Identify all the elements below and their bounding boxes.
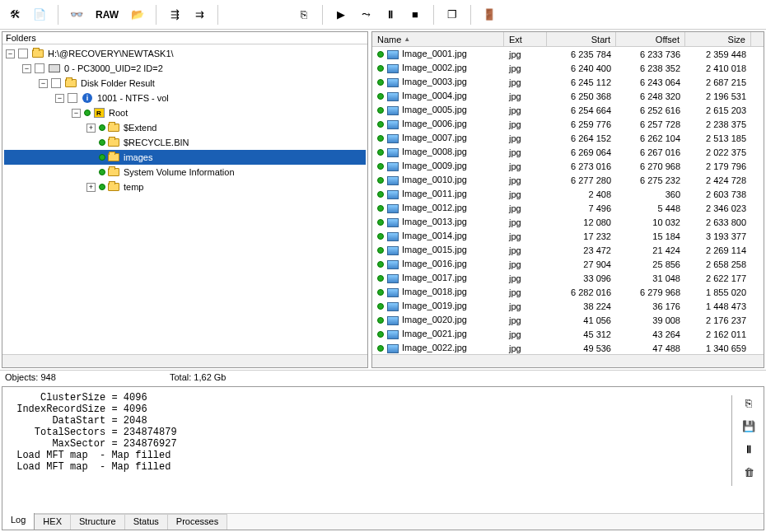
status-dot-icon xyxy=(377,93,384,100)
log-tab-status[interactable]: Status xyxy=(125,514,168,530)
log-tabs: LogHEXStructureStatusProcesses xyxy=(2,513,764,530)
log-tab-structure[interactable]: Structure xyxy=(71,514,125,530)
file-start: 6 235 784 xyxy=(547,49,616,59)
col-ext[interactable]: Ext xyxy=(504,32,547,46)
file-size: 2 196 531 xyxy=(685,91,751,101)
file-size: 2 658 258 xyxy=(685,259,751,269)
col-start[interactable]: Start xyxy=(547,32,616,46)
table-row[interactable]: Image_0005.jpgjpg6 254 6646 252 6162 615… xyxy=(372,103,764,117)
file-offset: 6 257 728 xyxy=(616,119,685,129)
status-dot-icon xyxy=(377,149,384,156)
horizontal-scrollbar[interactable] xyxy=(372,354,764,367)
table-row[interactable]: Image_0006.jpgjpg6 259 7766 257 7282 238… xyxy=(372,117,764,131)
table-row[interactable]: Image_0014.jpgjpg17 23215 1843 193 377 xyxy=(372,229,764,243)
tree-item[interactable]: +temp xyxy=(4,180,366,194)
status-dot-icon xyxy=(377,261,384,268)
struct-button[interactable]: ⇶ xyxy=(163,4,186,26)
file-name: Image_0009.jpg xyxy=(402,161,467,170)
table-row[interactable]: Image_0010.jpgjpg6 277 2806 275 2322 424… xyxy=(372,173,764,187)
table-row[interactable]: Image_0016.jpgjpg27 90425 8562 658 258 xyxy=(372,257,764,271)
raw-button[interactable]: RAW xyxy=(90,4,124,26)
tree-volume[interactable]: − i 1001 - NTFS - vol xyxy=(4,91,366,105)
file-name: Image_0008.jpg xyxy=(402,147,467,156)
file-grid[interactable]: Name▲ Ext Start Offset Size Image_0001.j… xyxy=(372,32,764,354)
file-start: 49 536 xyxy=(547,343,616,353)
tree-item[interactable]: +$Extend xyxy=(4,120,366,135)
folder-tree[interactable]: − H:\@RECOVERY\NEWTASK1\ − 0 - PC3000_UI… xyxy=(2,44,367,354)
checkbox[interactable] xyxy=(35,63,44,73)
table-row[interactable]: Image_0011.jpgjpg2 4083602 603 738 xyxy=(372,187,764,201)
log-export-button[interactable]: ⎘ xyxy=(740,395,757,410)
pause-button[interactable]: Ⅱ xyxy=(379,4,402,26)
table-row[interactable]: Image_0020.jpgjpg41 05639 0082 176 237 xyxy=(372,313,764,327)
horizontal-scrollbar[interactable] xyxy=(2,354,367,367)
log-save-button[interactable]: 💾 xyxy=(740,418,757,433)
expander-icon[interactable]: + xyxy=(86,183,96,192)
table-row[interactable]: Image_0004.jpgjpg6 250 3686 248 3202 196… xyxy=(372,89,764,103)
tree-label: 1001 - NTFS - vol xyxy=(97,93,169,103)
table-row[interactable]: Image_0002.jpgjpg6 240 4006 238 3522 410… xyxy=(372,61,764,75)
tree-diskfolder[interactable]: − Disk Folder Result xyxy=(4,76,366,91)
log-text[interactable]: ClusterSize = 4096 IndexRecordSize = 409… xyxy=(2,387,764,513)
image-file-icon xyxy=(387,120,399,129)
table-row[interactable]: Image_0019.jpgjpg38 22436 1761 448 473 xyxy=(372,299,764,313)
table-row[interactable]: Image_0013.jpgjpg12 08010 0322 633 800 xyxy=(372,215,764,229)
play-button[interactable]: ▶ xyxy=(329,4,353,26)
expander-icon[interactable]: − xyxy=(72,109,81,118)
open-button[interactable]: 📂 xyxy=(126,4,149,26)
log-pause-button[interactable]: Ⅱ xyxy=(740,441,757,456)
exit-button[interactable]: 🚪 xyxy=(478,4,501,26)
file-start: 41 056 xyxy=(547,315,616,325)
document-button[interactable]: 📄 xyxy=(28,4,51,26)
expander-icon[interactable]: − xyxy=(22,64,31,73)
col-name[interactable]: Name▲ xyxy=(372,32,504,46)
log-tab-processes[interactable]: Processes xyxy=(168,514,227,530)
find-button[interactable]: 👓 xyxy=(65,4,88,26)
file-start: 23 472 xyxy=(547,245,616,255)
status-dot-icon xyxy=(99,169,105,175)
tree-item[interactable]: images xyxy=(4,150,366,165)
table-row[interactable]: Image_0021.jpgjpg45 31243 2642 162 011 xyxy=(372,327,764,341)
copy-button[interactable]: ❐ xyxy=(441,4,464,26)
table-row[interactable]: Image_0012.jpgjpg7 4965 4482 346 023 xyxy=(372,201,764,215)
step-button[interactable]: ⤳ xyxy=(354,4,377,26)
stop-button[interactable]: ■ xyxy=(404,4,427,26)
image-file-icon xyxy=(387,274,399,283)
tree-rootnode[interactable]: − R Root xyxy=(4,105,366,120)
expander-icon[interactable]: + xyxy=(86,124,96,133)
tree-device[interactable]: − 0 - PC3000_UID=2 ID=2 xyxy=(4,61,366,76)
expander-icon[interactable]: − xyxy=(39,79,48,88)
log-tab-log[interactable]: Log xyxy=(2,513,35,530)
tree-item[interactable]: System Volume Information xyxy=(4,165,366,180)
log-clear-button[interactable]: 🗑 xyxy=(740,464,757,479)
status-dot-icon xyxy=(99,139,105,146)
tools-button[interactable]: 🛠 xyxy=(3,4,26,26)
table-row[interactable]: Image_0008.jpgjpg6 269 0646 267 0162 022… xyxy=(372,145,764,159)
table-row[interactable]: Image_0001.jpgjpg6 235 7846 233 7362 359… xyxy=(372,47,764,61)
expander-icon[interactable]: − xyxy=(6,49,15,58)
col-size[interactable]: Size xyxy=(685,32,751,46)
table-row[interactable]: Image_0018.jpgjpg6 282 0166 279 9681 855… xyxy=(372,285,764,299)
file-ext: jpg xyxy=(504,301,547,311)
table-row[interactable]: Image_0015.jpgjpg23 47221 4242 269 114 xyxy=(372,243,764,257)
log-tab-hex[interactable]: HEX xyxy=(35,514,71,530)
table-row[interactable]: Image_0022.jpgjpg49 53647 4881 340 659 xyxy=(372,341,764,354)
tree-root[interactable]: − H:\@RECOVERY\NEWTASK1\ xyxy=(4,46,366,61)
table-row[interactable]: Image_0009.jpgjpg6 273 0166 270 9682 179… xyxy=(372,159,764,173)
tree-item[interactable]: $RECYCLE.BIN xyxy=(4,135,366,150)
file-size: 2 633 800 xyxy=(685,217,751,227)
checkbox[interactable] xyxy=(68,93,77,103)
flow-button[interactable]: ⇉ xyxy=(188,4,211,26)
checkbox[interactable] xyxy=(51,78,61,88)
file-ext: jpg xyxy=(504,329,547,339)
checkbox[interactable] xyxy=(18,49,28,58)
table-row[interactable]: Image_0003.jpgjpg6 245 1126 243 0642 687… xyxy=(372,75,764,89)
table-row[interactable]: Image_0007.jpgjpg6 264 1526 262 1042 513… xyxy=(372,131,764,145)
col-offset[interactable]: Offset xyxy=(616,32,685,46)
tree-label: images xyxy=(124,152,152,162)
expander-icon[interactable]: − xyxy=(55,94,64,103)
table-row[interactable]: Image_0017.jpgjpg33 09631 0482 622 177 xyxy=(372,271,764,285)
export-button[interactable]: ⎘ xyxy=(292,4,315,26)
separator xyxy=(217,5,218,25)
separator xyxy=(470,5,471,25)
